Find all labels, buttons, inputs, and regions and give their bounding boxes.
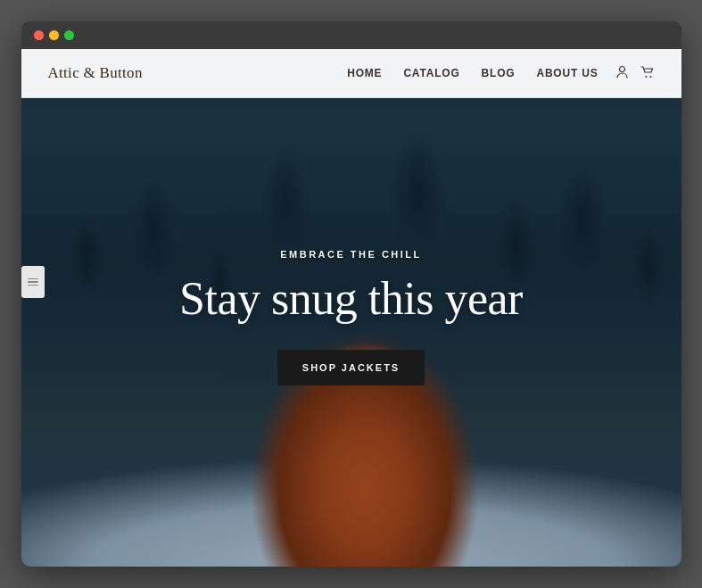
hero-subtitle: EMBRACE THE CHILL [280,249,422,260]
svg-point-2 [649,76,651,78]
cart-icon[interactable] [640,66,655,81]
scroll-line-3 [28,285,38,286]
nav-icons [616,65,655,81]
nav-link-about[interactable]: ABOUT US [536,67,598,79]
scroll-line-1 [28,278,38,280]
hero-title: Stay snug this year [179,272,523,325]
nav-link-catalog[interactable]: CATALOG [403,67,459,79]
brand-logo[interactable]: Attic & Button [48,64,143,82]
shop-jackets-button[interactable]: SHOP JACKETS [277,350,425,385]
scroll-line-2 [28,281,38,283]
minimize-button[interactable] [49,30,59,40]
svg-point-0 [619,67,624,72]
navbar: Attic & Button HOME CATALOG BLOG ABOUT U… [21,49,681,98]
maximize-button[interactable] [64,30,74,40]
svg-point-1 [645,76,647,78]
nav-link-home[interactable]: HOME [347,67,382,79]
hero-content: EMBRACE THE CHILL Stay snug this year SH… [21,49,681,567]
browser-window: Attic & Button HOME CATALOG BLOG ABOUT U… [21,21,681,567]
close-button[interactable] [34,30,44,40]
nav-link-blog[interactable]: BLOG [482,67,516,79]
nav-links: HOME CATALOG BLOG ABOUT US [347,67,598,79]
browser-chrome [21,21,681,49]
scroll-indicator [21,266,45,298]
site-container: Attic & Button HOME CATALOG BLOG ABOUT U… [21,49,681,567]
account-icon[interactable] [616,65,628,81]
